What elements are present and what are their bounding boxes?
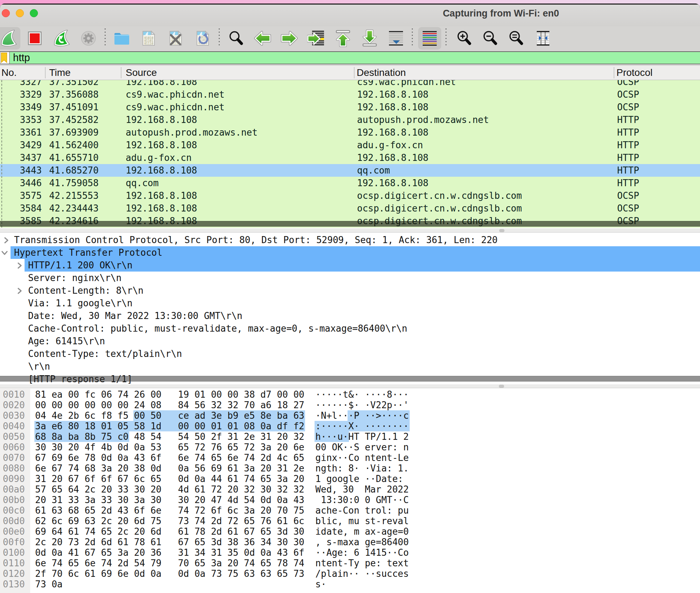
column-header-protocol[interactable]: Protocol: [616, 66, 653, 80]
hex-offset: 0100: [3, 547, 25, 558]
hex-row-0010[interactable]: 001081 ea 00 fc 06 74 26 00 19 01 00 00 …: [0, 389, 700, 400]
hex-row-0030[interactable]: 003004 4e 2b 6c f8 f5 00 50 ce ad 3e b9 …: [0, 410, 700, 421]
hex-row-00b0[interactable]: 00b020 31 33 3a 33 30 3a 30 30 20 47 4d …: [0, 495, 700, 505]
detail-row[interactable]: Via: 1.1 google\r\n: [0, 297, 700, 309]
packet-row-3353[interactable]: 335337.452582192.168.8.108autopush.prod.…: [0, 113, 700, 126]
go-last-packet-button[interactable]: [358, 27, 381, 50]
detail-row[interactable]: Age: 61415\r\n: [0, 335, 700, 347]
column-separator[interactable]: [45, 67, 46, 78]
hex-row-00d0[interactable]: 00d062 6c 69 63 2c 20 6d 75 73 74 2d 72 …: [0, 516, 700, 526]
find-packet-button[interactable]: [224, 27, 247, 50]
hex-offset: 00f0: [3, 537, 25, 547]
hex-bytes-text: 0d 0a 41 67 65 3a 20 36 31 34 31 35 0d 0…: [35, 547, 409, 558]
packet-row-3327[interactable]: 332737.351502192.168.8.108cs9.wac.phicdn…: [0, 80, 700, 88]
resize-columns-button[interactable]: [531, 27, 555, 50]
go-to-packet-button[interactable]: [305, 27, 328, 50]
arrow-right-icon: [280, 30, 298, 46]
column-separator[interactable]: [614, 67, 614, 78]
zoom-reset-button[interactable]: [504, 27, 528, 50]
packet-cell-proto: HTTP: [617, 151, 639, 164]
detail-row[interactable]: \r\n: [0, 360, 700, 373]
column-separator[interactable]: [354, 67, 355, 78]
reload-file-button[interactable]: 1010510101110: [191, 27, 214, 50]
packet-list-horizontal-scrollbar[interactable]: [0, 221, 700, 227]
go-first-packet-button[interactable]: [331, 27, 355, 50]
detail-row[interactable]: HTTP/1.1 200 OK\r\n: [0, 259, 700, 272]
chevron-right-icon[interactable]: [17, 262, 22, 271]
packet-row-3443[interactable]: 344341.685270192.168.8.108qq.comHTTP: [0, 164, 700, 177]
display-filter-input[interactable]: http: [10, 52, 700, 64]
column-header-source[interactable]: Source: [126, 66, 157, 80]
hex-row-0070[interactable]: 007067 69 6e 78 0d 0a 43 6f 6e 74 65 6e …: [0, 452, 700, 463]
hex-row-00a0[interactable]: 00a057 65 64 2c 20 33 30 20 4d 61 72 20 …: [0, 484, 700, 495]
hex-row-00e0[interactable]: 00e069 64 61 74 65 2c 20 6d 61 78 2d 61 …: [0, 526, 700, 537]
capture-options-button[interactable]: [77, 27, 100, 50]
title-bar[interactable]: Capturing from Wi-Fi: en0: [0, 5, 700, 26]
hex-bytes-text: 00 00 00 00 00 00 24 08 84 56 32 32 70 a…: [35, 400, 409, 410]
open-file-button[interactable]: [110, 27, 133, 50]
hex-row-0080[interactable]: 00806e 67 74 68 3a 20 38 0d 0a 56 69 61 …: [0, 463, 700, 474]
minimize-window-button[interactable]: [16, 9, 24, 17]
colorize-button[interactable]: [418, 27, 441, 50]
close-window-button[interactable]: [2, 9, 10, 17]
packet-cell-time: 37.452582: [49, 113, 99, 126]
splitter-handle-icon: [499, 385, 504, 388]
stop-square-icon: [27, 30, 43, 46]
column-header-destination[interactable]: Destination: [357, 66, 406, 80]
go-back-button[interactable]: [251, 27, 274, 50]
chevron-right-icon[interactable]: [4, 236, 9, 246]
packet-cell-dst: 192.168.8.108: [357, 126, 429, 139]
packet-row-3437[interactable]: 343741.655710adu.g-fox.cn192.168.8.108HT…: [0, 151, 700, 164]
hex-offset: 00c0: [3, 505, 25, 516]
close-file-button[interactable]: 010100110101110: [164, 27, 187, 50]
column-header-time[interactable]: Time: [49, 66, 71, 80]
hex-row-0020[interactable]: 002000 00 00 00 00 00 24 08 84 56 32 32 …: [0, 400, 700, 410]
hex-row-0060[interactable]: 006030 30 20 4f 4b 0d 0a 53 65 72 76 65 …: [0, 442, 700, 452]
column-header-no[interactable]: No.: [1, 66, 17, 80]
hex-row-0110[interactable]: 01106e 74 65 6e 74 2d 54 79 70 65 3a 20 …: [0, 558, 700, 568]
packet-cell-dst: cs9.wac.phicdn.net: [357, 80, 456, 88]
packet-cell-no: 3327: [0, 80, 42, 88]
start-capture-button[interactable]: [0, 27, 20, 50]
packet-row-3361[interactable]: 336137.693909autopush.prod.mozaws.net192…: [0, 126, 700, 139]
packet-row-3329[interactable]: 332937.356088cs9.wac.phicdn.net192.168.8…: [0, 88, 700, 101]
detail-row[interactable]: Content-Length: 8\r\n: [0, 284, 700, 297]
hex-row-0050[interactable]: 005068 8a ba 8b 75 c0 48 54 54 50 2f 31 …: [0, 431, 700, 442]
column-separator[interactable]: [121, 67, 121, 78]
detail-row[interactable]: Server: nginx\r\n: [0, 272, 700, 284]
hex-row-0120[interactable]: 01202f 70 6c 61 69 6e 0d 0a 0d 0a 73 75 …: [0, 568, 700, 579]
hex-row-0100[interactable]: 01000d 0a 41 67 65 3a 20 36 31 34 31 35 …: [0, 547, 700, 558]
detail-row[interactable]: Cache-Control: public, must-revalidate, …: [0, 322, 700, 335]
detail-row[interactable]: Content-Type: text/plain\r\n: [0, 347, 700, 360]
packet-row-3584[interactable]: 358442.234443192.168.8.108ocsp.digicert.…: [0, 202, 700, 215]
save-file-button[interactable]: 010100110101110: [137, 27, 160, 50]
zoom-in-button[interactable]: [453, 27, 476, 50]
zoom-out-button[interactable]: [478, 27, 502, 50]
packet-row-3446[interactable]: 344641.759058qq.com192.168.8.108HTTP: [0, 177, 700, 189]
packet-row-3575[interactable]: 357542.215553192.168.8.108ocsp.digicert.…: [0, 189, 700, 202]
chevron-down-icon[interactable]: [1, 249, 8, 258]
pane-splitter-bottom[interactable]: [0, 384, 700, 389]
display-filter-field[interactable]: http: [0, 51, 700, 64]
zoom-window-button[interactable]: [30, 9, 38, 17]
auto-scroll-button[interactable]: [384, 27, 408, 50]
hex-row-00f0[interactable]: 00f02c 20 73 2d 6d 61 78 61 67 65 3d 38 …: [0, 537, 700, 547]
packet-row-3349[interactable]: 334937.451091cs9.wac.phicdn.net192.168.8…: [0, 101, 700, 113]
hex-bytes-text: 04 4e 2b 6c f8 f5 00 50 ce ad 3e b9 e5 8…: [35, 410, 409, 421]
go-forward-button[interactable]: [278, 27, 301, 50]
restart-capture-button[interactable]: [50, 27, 73, 50]
detail-row[interactable]: Date: Wed, 30 Mar 2022 13:30:00 GMT\r\n: [0, 309, 700, 322]
detail-row[interactable]: Hypertext Transfer Protocol: [0, 246, 700, 259]
packet-row-3429[interactable]: 342941.562400192.168.8.108adu.g-fox.cnHT…: [0, 139, 700, 151]
filter-bookmark-button[interactable]: [0, 52, 10, 64]
chevron-right-icon[interactable]: [17, 287, 22, 296]
detail-row[interactable]: Transmission Control Protocol, Src Port:…: [0, 234, 700, 246]
hex-row-0130[interactable]: 013073 0a s·: [0, 579, 700, 589]
packet-details-horizontal-scrollbar[interactable]: [0, 376, 700, 382]
pane-splitter-top[interactable]: [0, 228, 700, 233]
hex-row-0090[interactable]: 009031 20 67 6f 6f 67 6c 65 0d 0a 44 61 …: [0, 474, 700, 484]
hex-row-0040[interactable]: 00403a e6 80 18 01 05 58 1d 00 00 01 01 …: [0, 421, 700, 431]
magnifier-equal-icon: [508, 30, 524, 46]
stop-capture-button[interactable]: [23, 27, 46, 50]
hex-row-00c0[interactable]: 00c061 63 68 65 2d 43 6f 6e 74 72 6f 6c …: [0, 505, 700, 516]
